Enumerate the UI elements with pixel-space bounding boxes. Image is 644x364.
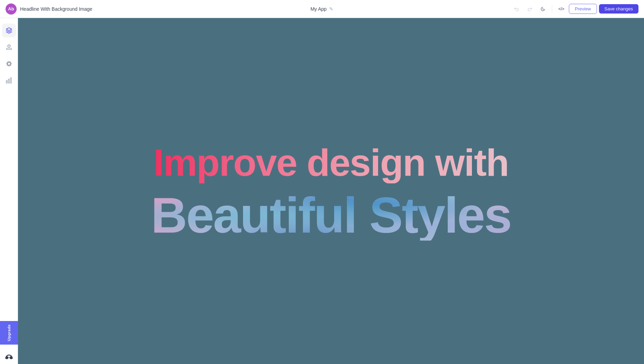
plugins-icon <box>6 44 12 51</box>
undo-button[interactable] <box>511 3 522 15</box>
page-title: Headline With Background Image <box>20 6 92 12</box>
code-button[interactable]: </> <box>556 3 567 15</box>
undo-icon <box>514 6 519 12</box>
topbar: Ab Headline With Background Image My App… <box>0 0 644 18</box>
headline-top: Improve design with <box>153 141 508 183</box>
save-changes-label: Save changes <box>605 6 633 11</box>
sidebar-item-analytics[interactable] <box>2 73 16 87</box>
edit-app-name-icon[interactable]: ✎ <box>329 6 333 12</box>
toolbar-separator <box>552 6 552 12</box>
sidebar-logo[interactable] <box>4 353 14 361</box>
sidebar: Upgrade <box>0 18 18 364</box>
redo-icon <box>527 6 533 12</box>
settings-icon <box>6 60 12 67</box>
topbar-left: Ab Headline With Background Image <box>6 3 507 15</box>
redo-button[interactable] <box>524 3 535 15</box>
history-button[interactable] <box>537 3 548 15</box>
canvas: Improve design with Beautiful Styles <box>18 18 644 364</box>
app-name: My App <box>311 6 327 12</box>
save-changes-button[interactable]: Save changes <box>599 4 638 14</box>
upgrade-button[interactable]: Upgrade <box>0 321 18 345</box>
svg-point-4 <box>9 356 13 359</box>
sidebar-item-settings[interactable] <box>2 57 16 71</box>
preview-label: Preview <box>575 6 591 11</box>
sidebar-item-layers[interactable] <box>2 24 16 37</box>
layers-icon <box>6 27 12 34</box>
history-icon <box>540 6 546 12</box>
sidebar-item-plugins[interactable] <box>2 40 16 54</box>
upgrade-label: Upgrade <box>7 324 11 341</box>
avatar[interactable]: Ab <box>6 3 17 15</box>
headline-bottom: Beautiful Styles <box>151 190 511 241</box>
avatar-initials: Ab <box>8 6 14 11</box>
topbar-center: My App ✎ <box>311 6 334 12</box>
svg-point-3 <box>5 356 9 359</box>
preview-button[interactable]: Preview <box>569 4 597 14</box>
svg-rect-1 <box>8 79 9 83</box>
code-icon: </> <box>558 7 564 11</box>
logo-icon <box>4 353 14 360</box>
analytics-icon <box>6 77 12 84</box>
svg-rect-2 <box>10 78 11 83</box>
svg-rect-0 <box>6 80 7 83</box>
main-area: Upgrade Improve design with Beautiful St… <box>0 18 644 364</box>
topbar-right: </> Preview Save changes <box>511 3 638 15</box>
